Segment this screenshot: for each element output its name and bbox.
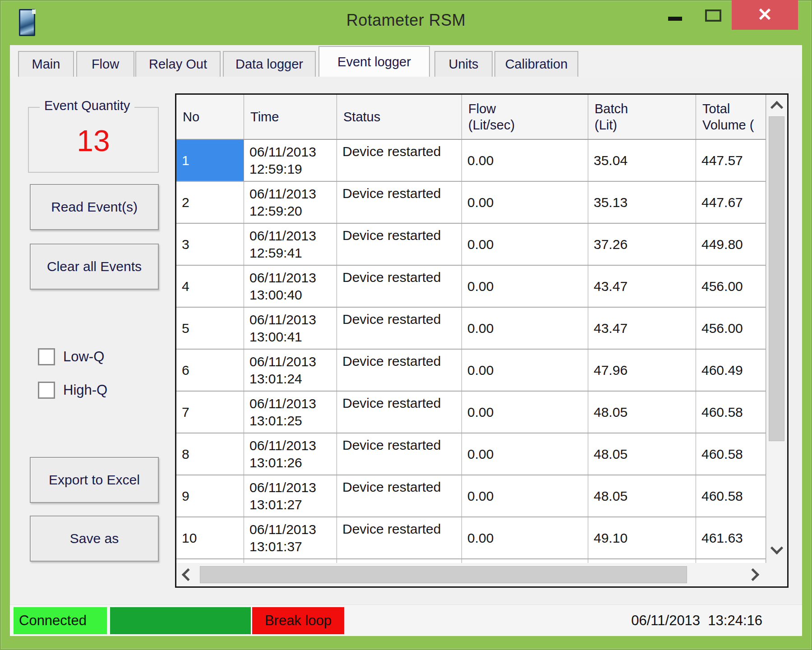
row-total-cell: 456.00: [696, 308, 766, 350]
row-flow-cell: 0.00: [462, 517, 588, 559]
row-status-cell: Device restarted: [337, 224, 462, 266]
table-row[interactable]: 4 06/11/2013 13:00:40 Device restarted 0…: [176, 266, 766, 308]
minimize-icon[interactable]: [668, 17, 682, 21]
row-flow-cell: 0.00: [462, 350, 588, 392]
export-to-excel-button[interactable]: Export to Excel: [30, 457, 159, 503]
tab-calibration[interactable]: Calibration: [494, 51, 578, 77]
row-total-cell: 449.80: [696, 224, 766, 266]
row-number-cell: 2: [176, 182, 244, 224]
row-batch-cell: 43.47: [588, 308, 696, 350]
row-time-cell: 06/11/2013 13:01:26: [244, 433, 337, 475]
maximize-icon[interactable]: [705, 9, 721, 22]
row-total-cell: 460.49: [696, 350, 766, 392]
event-quantity-label: Event Quantity: [40, 98, 134, 113]
table-row[interactable]: 7 06/11/2013 13:01:25 Device restarted 0…: [176, 392, 766, 433]
scroll-down-icon[interactable]: [770, 542, 783, 554]
tab-strip: Main Flow Relay Out Data logger Event lo…: [10, 45, 802, 77]
row-batch-cell: 37.26: [588, 224, 696, 266]
row-time-cell: 06/11/2013 13:01:37: [244, 517, 337, 559]
row-total-cell: 456.00: [696, 266, 766, 308]
table-row[interactable]: 6 06/11/2013 13:01:24 Device restarted 0…: [176, 350, 766, 392]
close-button[interactable]: ✕: [732, 0, 798, 30]
row-batch-cell: 49.10: [588, 517, 696, 559]
tab-units[interactable]: Units: [434, 51, 493, 77]
tab-relay-out[interactable]: Relay Out: [135, 51, 221, 77]
horizontal-scrollbar[interactable]: [176, 563, 787, 586]
row-status-cell: Device restarted: [337, 308, 462, 350]
save-as-button[interactable]: Save as: [30, 516, 159, 562]
row-number-cell: 6: [176, 350, 244, 392]
row-number-cell: 10: [176, 517, 244, 559]
row-time-cell: 06/11/2013 13:01:27: [244, 475, 337, 517]
scroll-left-icon[interactable]: [182, 568, 194, 581]
table-row[interactable]: 2 06/11/2013 12:59:20 Device restarted 0…: [176, 182, 766, 224]
table-header-row: No Time Status Flow (Lit/sec) Batch (Lit…: [176, 95, 766, 140]
row-time-cell: 06/11/2013 13:01:25: [244, 392, 337, 433]
row-batch-cell: 48.05: [588, 475, 696, 517]
connection-status-badge: Connected: [14, 607, 107, 634]
table-row[interactable]: 8 06/11/2013 13:01:26 Device restarted 0…: [176, 433, 766, 475]
tab-event-logger[interactable]: Event logger: [318, 46, 430, 77]
row-number-cell: 3: [176, 224, 244, 266]
row-status-cell: Device restarted: [337, 475, 462, 517]
row-batch-cell: 47.96: [588, 350, 696, 392]
row-time-cell: 06/11/2013 12:59:20: [244, 182, 337, 224]
row-status-cell: Device restarted: [337, 392, 462, 433]
table-body: 1 06/11/2013 12:59:19 Device restarted 0…: [176, 140, 787, 559]
row-status-cell: Device restarted: [337, 182, 462, 224]
row-time-cell: 06/11/2013 12:59:19: [244, 140, 337, 182]
row-time-cell: 06/11/2013 13:01:24: [244, 350, 337, 392]
row-number-cell: 4: [176, 266, 244, 308]
row-status-cell: Device restarted: [337, 140, 462, 182]
row-status-cell: Device restarted: [337, 266, 462, 308]
table-row[interactable]: 10 06/11/2013 13:01:37 Device restarted …: [176, 517, 766, 559]
row-batch-cell: 48.05: [588, 392, 696, 433]
row-flow-cell: 0.00: [462, 140, 588, 182]
horizontal-scrollbar-thumb[interactable]: [200, 566, 687, 583]
table-row[interactable]: 3 06/11/2013 12:59:41 Device restarted 0…: [176, 224, 766, 266]
vertical-scrollbar[interactable]: [766, 95, 787, 563]
table-row[interactable]: 1 06/11/2013 12:59:19 Device restarted 0…: [176, 140, 766, 182]
close-icon: ✕: [757, 5, 773, 23]
row-flow-cell: 0.00: [462, 224, 588, 266]
row-total-cell: 461.63: [696, 517, 766, 559]
titlebar: Rotameter RSM ✕: [0, 0, 812, 45]
statusbar-datetime: 06/11/2013 13:24:16: [631, 607, 762, 634]
row-flow-cell: 0.00: [462, 182, 588, 224]
status-bar: Connected Break loop 06/11/2013 13:24:16: [10, 604, 802, 636]
progress-bar: [110, 607, 251, 634]
row-total-cell: 460.58: [696, 392, 766, 433]
high-q-checkbox[interactable]: [38, 382, 55, 399]
row-batch-cell: 35.04: [588, 140, 696, 182]
row-number-cell: 7: [176, 392, 244, 433]
event-table: No Time Status Flow (Lit/sec) Batch (Lit…: [175, 93, 789, 588]
header-status: Status: [337, 95, 462, 140]
scroll-right-icon[interactable]: [747, 568, 759, 581]
read-events-button[interactable]: Read Event(s): [30, 184, 159, 230]
header-flow: Flow (Lit/sec): [462, 95, 588, 140]
scroll-up-icon[interactable]: [770, 101, 783, 114]
header-time: Time: [244, 95, 337, 140]
vertical-scrollbar-thumb[interactable]: [769, 116, 784, 441]
row-batch-cell: 48.05: [588, 433, 696, 475]
table-row[interactable]: 5 06/11/2013 13:00:41 Device restarted 0…: [176, 308, 766, 350]
row-status-cell: Device restarted: [337, 350, 462, 392]
clear-all-events-button[interactable]: Clear all Events: [30, 244, 159, 290]
tab-main[interactable]: Main: [18, 51, 74, 77]
row-number-cell: 8: [176, 433, 244, 475]
event-quantity-value: 13: [28, 114, 159, 168]
row-total-cell: 460.58: [696, 433, 766, 475]
row-batch-cell: 35.13: [588, 182, 696, 224]
app-window: Rotameter RSM ✕ Main Flow Relay Out Data…: [0, 0, 812, 650]
row-batch-cell: 43.47: [588, 266, 696, 308]
table-row[interactable]: 9 06/11/2013 13:01:27 Device restarted 0…: [176, 475, 766, 517]
row-total-cell: 447.57: [696, 140, 766, 182]
row-flow-cell: 0.00: [462, 308, 588, 350]
row-number-cell: 5: [176, 308, 244, 350]
tab-data-logger[interactable]: Data logger: [223, 51, 316, 77]
low-q-checkbox[interactable]: [38, 348, 55, 365]
break-loop-button[interactable]: Break loop: [252, 607, 344, 634]
row-total-cell: 460.58: [696, 475, 766, 517]
tab-flow[interactable]: Flow: [76, 51, 134, 77]
row-time-cell: 06/11/2013 13:00:40: [244, 266, 337, 308]
